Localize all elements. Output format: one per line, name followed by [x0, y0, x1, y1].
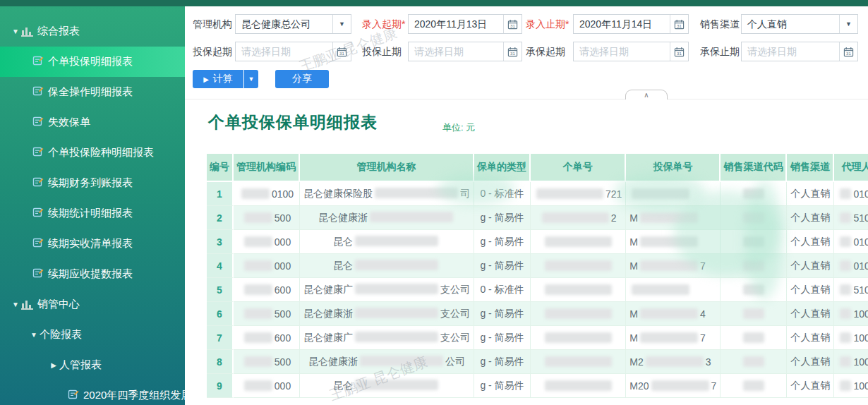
- sidebar-item-lapsed-policies[interactable]: 失效保单: [0, 107, 185, 138]
- entry-end-date[interactable]: 2020年11月14日31: [573, 14, 689, 34]
- cell-agent: 0100: [834, 254, 868, 278]
- sidebar-item-renewal-statistics-detail[interactable]: 续期统计明细报表: [0, 198, 185, 229]
- calendar-button[interactable]: 31: [503, 42, 522, 61]
- cell-channel_code: [721, 326, 787, 350]
- apply-end-date[interactable]: 请选择日期31: [408, 42, 522, 61]
- redacted-value: [545, 380, 612, 391]
- redacted-value: [743, 260, 764, 271]
- cell-no: 9: [207, 374, 234, 398]
- cell-org_code: 000: [234, 254, 300, 278]
- sidebar-item-renewal-actual-receipt[interactable]: 续期实收清单报表: [0, 229, 185, 259]
- cell-policy_no: [531, 374, 626, 398]
- underwrite-end-date[interactable]: 请选择日期31: [741, 42, 858, 61]
- report-doc-icon: [32, 267, 44, 281]
- sidebar-item-renewal-finance-arrival[interactable]: 续期财务到账报表: [0, 168, 185, 198]
- calculate-button[interactable]: ▶ 计算: [193, 70, 243, 88]
- redacted-value: [743, 356, 764, 367]
- table-row[interactable]: 2500昆仑健康浙g - 简易件2M个人直销5100: [207, 206, 868, 230]
- redacted-value: [640, 260, 698, 271]
- calculate-dropdown-button[interactable]: ▼: [244, 70, 258, 88]
- org-select[interactable]: 昆仑健康总公司▼: [235, 14, 351, 34]
- redacted-value: [545, 332, 612, 343]
- table-row[interactable]: 8500昆仑健康浙公司g - 简易件M23个人直销100: [207, 350, 868, 374]
- calendar-button[interactable]: 31: [670, 42, 688, 61]
- dropdown-toggle[interactable]: ▼: [839, 15, 857, 33]
- sidebar-item-label: 销管中心: [37, 298, 80, 311]
- cell-channel_code: [721, 302, 787, 326]
- redacted-value: [355, 332, 438, 342]
- report-doc-icon: [32, 55, 44, 68]
- filter-divider: [185, 99, 868, 99]
- cell-app_no: [626, 182, 721, 206]
- cell-channel: 个人直销: [787, 254, 834, 278]
- sidebar-item-label: 续期实收清单报表: [48, 237, 133, 250]
- dropdown-toggle[interactable]: ▼: [332, 15, 351, 33]
- cell-org_code: 600: [234, 326, 300, 350]
- redacted-value: [743, 380, 764, 391]
- sidebar-item-comprehensive-reports[interactable]: ▼综合报表: [0, 16, 185, 47]
- redacted-value: [360, 356, 443, 366]
- cell-policy_no: [531, 254, 626, 278]
- table-row[interactable]: 9000昆仑g - 简易件M207个人直销100: [207, 374, 868, 398]
- share-button[interactable]: 分享: [275, 70, 329, 88]
- bar-chart-icon: [21, 299, 33, 310]
- column-header-channel_code: 销售渠道代码: [721, 154, 787, 182]
- table-row[interactable]: 4000昆仑g - 简易件M7个人直销0100: [207, 254, 868, 278]
- play-icon: ▶: [203, 75, 209, 83]
- apply-start-date[interactable]: 请选择日期31: [235, 42, 351, 61]
- entry-start-date[interactable]: 2020年11月13日31: [408, 14, 522, 34]
- svg-text:31: 31: [510, 51, 515, 56]
- table-row[interactable]: 10100昆仑健康保险股司0 - 标准件721个人直销0100: [207, 182, 868, 206]
- column-header-channel: 销售渠道: [787, 154, 834, 182]
- calendar-button[interactable]: 31: [839, 42, 857, 61]
- redacted-value: [244, 212, 272, 223]
- redacted-value: [244, 332, 272, 343]
- org-select-label: 管理机构: [193, 14, 232, 34]
- cell-no: 4: [207, 254, 234, 278]
- underwrite-start-date[interactable]: 请选择日期31: [573, 42, 689, 61]
- sidebar-item-individual-reports[interactable]: ▼个险报表: [0, 320, 185, 350]
- sidebar-item-preservation-detail[interactable]: 保全操作明细报表: [0, 77, 185, 107]
- redacted-value: [370, 212, 453, 222]
- table-row[interactable]: 6500昆仑健康浙支公司g - 简易件M4个人直销100: [207, 302, 868, 326]
- collapse-filters-tab[interactable]: ∧: [625, 90, 668, 99]
- sidebar-item-2020-q4-org-development[interactable]: 2020年四季度组织发展: [0, 380, 185, 405]
- column-header-type: 保单的类型: [474, 154, 531, 182]
- cell-policy_no: [531, 326, 626, 350]
- apply-start-date-label: 投保起期: [193, 42, 232, 61]
- redacted-value: [244, 380, 272, 391]
- cell-org_name: 昆仑: [300, 230, 474, 254]
- redacted-value: [244, 284, 272, 295]
- redacted-value: [840, 188, 851, 199]
- cell-type: 0 - 标准件: [474, 182, 531, 206]
- cell-org_name: 昆仑健康保险股司: [300, 182, 474, 206]
- cell-app_no: M: [626, 206, 721, 230]
- cell-policy_no: [531, 350, 626, 374]
- svg-text:31: 31: [677, 51, 682, 56]
- sidebar-item-label: 个险报表: [40, 328, 82, 341]
- underwrite-start-date-label: 承保起期: [526, 42, 565, 61]
- sidebar-item-sales-center[interactable]: ▼销管中心: [0, 289, 185, 320]
- cell-channel: 个人直销: [787, 302, 834, 326]
- cell-type: g - 简易件: [474, 230, 531, 254]
- sidebar-item-people-mgmt-reports[interactable]: ▶人管报表: [0, 350, 185, 380]
- cell-channel: 个人直销: [787, 182, 834, 206]
- sidebar-item-renewal-receivable[interactable]: 续期应收提数报表: [0, 259, 185, 289]
- calendar-button[interactable]: 31: [503, 15, 522, 33]
- entry-start-date-value: 2020年11月13日: [409, 15, 503, 33]
- svg-text:31: 31: [846, 51, 851, 56]
- sales-channel-select[interactable]: 个人直销▼: [741, 14, 858, 34]
- redacted-value: [840, 212, 851, 223]
- calendar-button[interactable]: 31: [670, 15, 688, 33]
- redacted-value: [743, 332, 764, 343]
- table-row[interactable]: 7600昆仑健康广支公司g - 简易件M7个人直销100: [207, 326, 868, 350]
- table-row[interactable]: 5600昆仑健康广支公司0 - 标准件个人直销5100: [207, 278, 868, 302]
- sidebar-item-individual-policy-detail[interactable]: 个单投保明细报表: [0, 47, 185, 77]
- cell-channel: 个人直销: [787, 206, 834, 230]
- table-row[interactable]: 3000昆仑g - 简易件M个人直销0100: [207, 230, 868, 254]
- column-header-app_no: 投保单号: [626, 154, 721, 182]
- redacted-value: [244, 308, 272, 319]
- calendar-button[interactable]: 31: [332, 42, 351, 61]
- sidebar-item-individual-coverage-detail[interactable]: 个单投保险种明细报表: [0, 138, 185, 168]
- report-doc-icon: [32, 116, 44, 129]
